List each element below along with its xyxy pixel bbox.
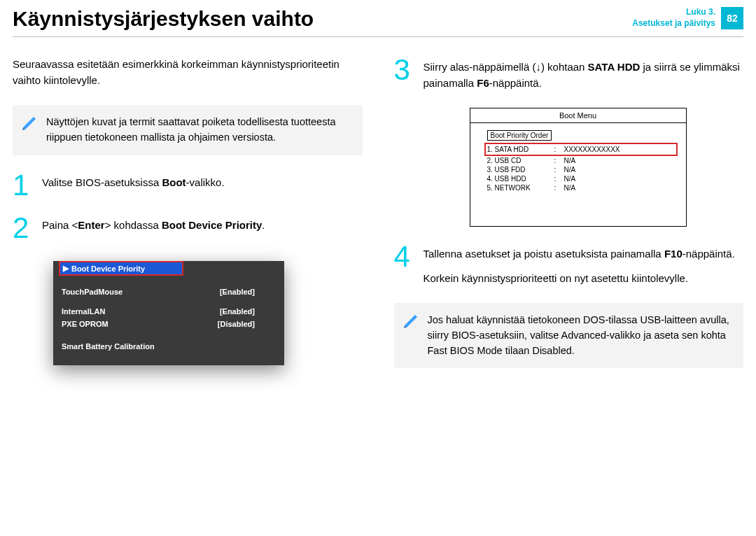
- boot-priority-order-label: Boot Priority Order: [487, 130, 552, 141]
- chapter-label: Luku 3. Asetukset ja päivitys: [632, 7, 715, 29]
- note-dos-text: Jos haluat käynnistää tietokoneen DOS-ti…: [428, 314, 729, 356]
- boot-item: 4. USB HDD:N/A: [487, 174, 675, 183]
- boot-menu-panel: Boot Menu Boot Priority Order 1. SATA HD…: [470, 108, 687, 227]
- step-number-4: 4: [394, 244, 415, 286]
- page-header: Käynnistysjärjestyksen vaihto Luku 3. As…: [0, 0, 756, 36]
- note-box-dos: Jos haluat käynnistää tietokoneen DOS-ti…: [394, 303, 744, 368]
- page-number-badge: 82: [721, 7, 743, 29]
- step-1: 1 Valitse BIOS-asetuksissa Boot-valikko.: [13, 172, 363, 199]
- step-2: 2 Paina <Enter> kohdassa Boot Device Pri…: [13, 215, 363, 241]
- step-4-text: Tallenna asetukset ja poistu asetuksista…: [424, 244, 735, 286]
- boot-item: 5. NETWORK:N/A: [487, 183, 675, 192]
- step-number-3: 3: [394, 57, 415, 91]
- intro-text: Seuraavassa esitetään esimerkkinä korkei…: [13, 57, 363, 88]
- bios-row: TouchPadMouse [Enabled]: [62, 285, 276, 298]
- bios-highlight-row: ▶ Boot Device Priority: [60, 262, 182, 274]
- step-number-2: 2: [13, 215, 34, 241]
- step-1-text: Valitse BIOS-asetuksissa Boot-valikko.: [42, 172, 225, 199]
- boot-item: 3. USB FDD:N/A: [487, 165, 675, 174]
- bios-rows: TouchPadMouse [Enabled] InternalLAN [Ena…: [53, 281, 284, 365]
- note-icon: [402, 313, 419, 330]
- right-column: 3 Siirry alas-näppäimellä (↓) kohtaan SA…: [394, 57, 744, 368]
- left-column: Seuraavassa esitetään esimerkkinä korkei…: [13, 57, 363, 368]
- bios-highlight-label: Boot Device Priority: [71, 265, 145, 273]
- bios-panel: ▶ Boot Device Priority TouchPadMouse [En…: [53, 261, 284, 365]
- note-icon: [21, 115, 38, 132]
- page-title: Käynnistysjärjestyksen vaihto: [13, 7, 314, 31]
- chapter-line2: Asetukset ja päivitys: [632, 18, 715, 28]
- content-columns: Seuraavassa esitetään esimerkkinä korkei…: [0, 57, 756, 368]
- triangle-icon: ▶: [63, 264, 69, 273]
- bios-row: PXE OPROM [Disabled]: [62, 318, 276, 330]
- bios-row: InternalLAN [Enabled]: [62, 305, 276, 318]
- step-3-text: Siirry alas-näppäimellä (↓) kohtaan SATA…: [424, 57, 744, 91]
- boot-menu-body: Boot Priority Order 1. SATA HDD:XXXXXXXX…: [470, 123, 686, 226]
- step-3: 3 Siirry alas-näppäimellä (↓) kohtaan SA…: [394, 57, 744, 91]
- chapter-line1: Luku 3.: [686, 7, 715, 17]
- header-right: Luku 3. Asetukset ja päivitys 82: [632, 7, 743, 29]
- boot-item: 2. USB CD:N/A: [487, 156, 675, 165]
- step-2-text: Paina <Enter> kohdassa Boot Device Prior…: [42, 215, 265, 241]
- step-4: 4 Tallenna asetukset ja poistu asetuksis…: [394, 244, 744, 286]
- note-box-screens: Näyttöjen kuvat ja termit saattavat poik…: [13, 105, 363, 155]
- header-divider: [13, 36, 743, 37]
- step-number-1: 1: [13, 172, 34, 199]
- boot-menu-title: Boot Menu: [470, 108, 686, 123]
- bios-highlight-box: ▶ Boot Device Priority: [59, 261, 183, 276]
- step-4-extra: Korkein käynnistysprioriteetti on nyt as…: [424, 271, 735, 287]
- boot-item: 1. SATA HDD:XXXXXXXXXXXX: [487, 145, 675, 154]
- bios-row: Smart Battery Calibration: [62, 340, 276, 353]
- note-text: Näyttöjen kuvat ja termit saattavat poik…: [46, 116, 335, 143]
- boot-item-highlight: 1. SATA HDD:XXXXXXXXXXXX: [484, 143, 678, 156]
